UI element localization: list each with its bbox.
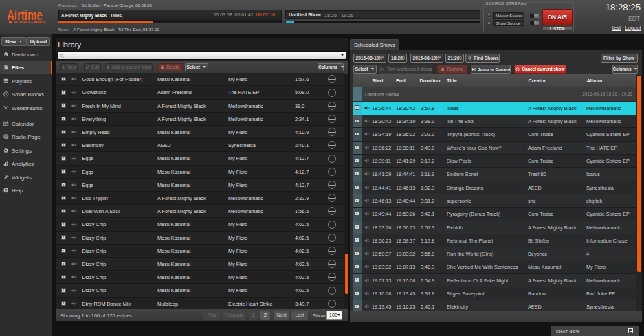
svg-text:?: ? [5,188,7,192]
